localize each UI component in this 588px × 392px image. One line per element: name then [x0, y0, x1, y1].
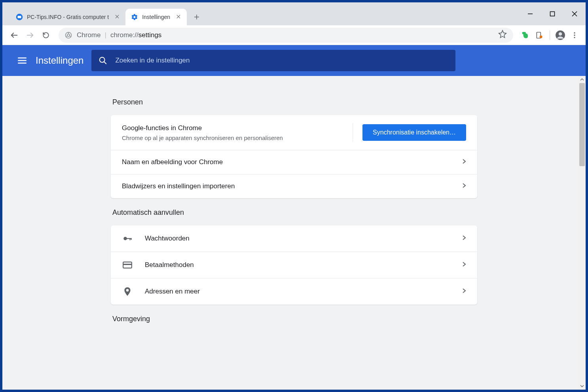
window-minimize-button[interactable]	[519, 2, 541, 25]
row-label: Bladwijzers en instellingen importeren	[122, 182, 462, 190]
sync-row-text: Google-functies in Chrome Chrome op al j…	[122, 124, 343, 141]
row-passwords[interactable]: Wachtwoorden	[111, 225, 477, 252]
sync-row-subtitle: Chrome op al je apparaten synchroniseren…	[122, 134, 343, 141]
profile-avatar-button[interactable]	[553, 28, 567, 42]
window-titlebar: PC-Tips.INFO - Gratis computer t Instell…	[2, 2, 586, 25]
bookmark-star-icon[interactable]	[498, 30, 507, 40]
settings-title: Instellingen	[36, 55, 83, 66]
tab-pc-tips[interactable]: PC-Tips.INFO - Gratis computer t	[10, 9, 125, 25]
svg-rect-15	[129, 238, 130, 240]
omnibox-url-path: settings	[138, 31, 162, 39]
section-title-appearance: Vormgeving	[112, 315, 477, 323]
sync-row-title: Google-functies in Chrome	[122, 124, 343, 132]
chevron-right-icon	[462, 182, 466, 190]
scrollbar-thumb[interactable]	[579, 83, 585, 166]
chevron-right-icon	[462, 235, 466, 242]
chevron-right-icon	[462, 158, 466, 166]
omnibox-url-prefix: chrome://	[110, 31, 138, 39]
toolbar-divider	[550, 30, 550, 40]
hamburger-menu-button[interactable]	[13, 52, 31, 69]
chevron-right-icon	[462, 288, 466, 295]
svg-point-8	[559, 32, 562, 36]
tab-close-button[interactable]	[176, 14, 181, 21]
credit-card-icon	[122, 260, 133, 270]
tab-settings[interactable]: Instellingen	[125, 9, 187, 25]
window-controls	[519, 2, 586, 25]
omnibox-chrome-label: Chrome	[77, 31, 101, 39]
settings-search-box[interactable]	[91, 50, 455, 71]
scroll-down-arrow-icon[interactable]	[579, 383, 586, 390]
svg-point-11	[574, 37, 575, 38]
evernote-extension-icon[interactable]	[518, 28, 532, 42]
search-icon	[99, 56, 107, 65]
key-icon	[122, 233, 133, 244]
settings-search-input[interactable]	[115, 57, 448, 64]
chevron-right-icon	[462, 261, 466, 269]
section-title-autofill: Automatisch aanvullen	[112, 208, 477, 217]
browser-toolbar: Chrome | chrome://settings	[2, 25, 586, 45]
svg-rect-14	[127, 238, 131, 239]
tab-title: PC-Tips.INFO - Gratis computer t	[27, 14, 109, 20]
window-maximize-button[interactable]	[541, 2, 563, 25]
sync-row: Google-functies in Chrome Chrome op al j…	[111, 115, 477, 150]
svg-point-6	[540, 35, 542, 38]
pc-tips-favicon-icon	[16, 13, 23, 21]
tab-close-button[interactable]	[114, 14, 120, 21]
svg-point-13	[123, 237, 127, 241]
svg-point-4	[67, 34, 70, 36]
svg-point-10	[574, 34, 575, 36]
settings-content: Personen Google-functies in Chrome Chrom…	[2, 76, 586, 390]
row-payment-methods[interactable]: Betaalmethoden	[111, 252, 477, 278]
row-addresses[interactable]: Adressen en meer	[111, 278, 477, 305]
tab-title: Instellingen	[142, 14, 170, 20]
chrome-menu-button[interactable]	[567, 28, 582, 42]
settings-header: Instellingen	[2, 45, 586, 76]
autofill-card: Wachtwoorden Betaalmethoden Adressen en …	[111, 225, 477, 305]
reload-button[interactable]	[38, 27, 54, 43]
svg-rect-1	[18, 16, 21, 18]
row-name-picture[interactable]: Naam en afbeelding voor Chrome	[111, 150, 477, 174]
row-label: Naam en afbeelding voor Chrome	[122, 158, 462, 166]
chrome-icon	[65, 32, 72, 39]
section-title-people: Personen	[112, 98, 477, 106]
extension-icon[interactable]	[532, 28, 546, 42]
new-tab-button[interactable]	[190, 10, 203, 24]
location-pin-icon	[122, 286, 133, 297]
forward-button[interactable]	[22, 27, 38, 43]
address-bar[interactable]: Chrome | chrome://settings	[59, 28, 513, 43]
enable-sync-button[interactable]: Synchronisatie inschakelen…	[362, 124, 466, 141]
svg-rect-18	[123, 264, 132, 265]
sync-row-divider	[353, 123, 353, 142]
row-label: Betaalmethoden	[145, 261, 462, 269]
content-scrollbar[interactable]	[579, 76, 586, 390]
row-label: Adressen en meer	[145, 288, 462, 295]
scroll-up-arrow-icon[interactable]	[579, 76, 586, 83]
omnibox-separator: |	[104, 31, 106, 39]
window-close-button[interactable]	[563, 2, 586, 25]
settings-favicon-icon	[131, 13, 138, 21]
back-button[interactable]	[6, 27, 22, 43]
svg-rect-2	[550, 12, 555, 16]
svg-point-9	[574, 32, 575, 33]
row-import-bookmarks[interactable]: Bladwijzers en instellingen importeren	[111, 174, 477, 198]
svg-rect-16	[131, 238, 132, 240]
people-card: Google-functies in Chrome Chrome op al j…	[111, 115, 477, 198]
row-label: Wachtwoorden	[145, 235, 462, 242]
